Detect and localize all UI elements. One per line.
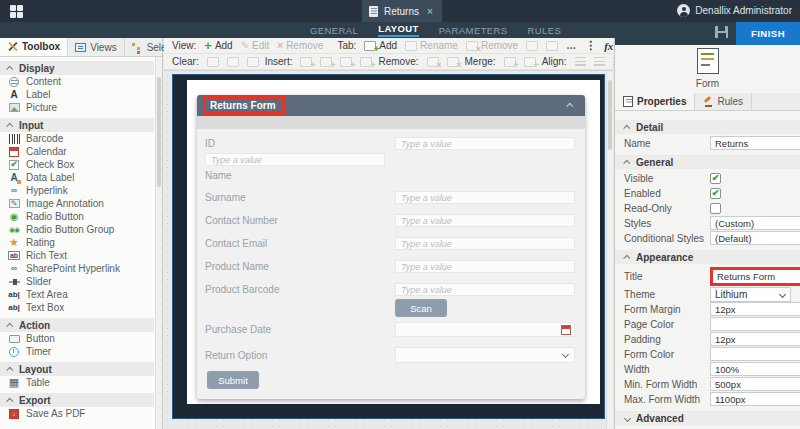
styles-input[interactable]	[710, 216, 800, 230]
tab-remove-button[interactable]: ×Remove	[462, 40, 522, 51]
returns-form-card[interactable]: Returns Form ID Type a value Type a valu…	[197, 95, 585, 399]
tab-properties[interactable]: Properties	[615, 93, 695, 110]
globe-icon	[9, 77, 19, 87]
contact-email-input[interactable]: Type a value	[395, 237, 575, 250]
toolbox-item-save-as-pdf[interactable]: ↓Save As PDF	[0, 407, 154, 420]
toolbox-item-hyperlink[interactable]: ∞Hyperlink	[0, 184, 154, 197]
menu-rules[interactable]: RULES	[528, 25, 562, 36]
remove-column-button[interactable]: ×	[423, 57, 443, 67]
tab-rename-button[interactable]: Rename	[401, 40, 462, 51]
clear-styles-button[interactable]	[223, 57, 243, 67]
section-display[interactable]: Display	[0, 61, 154, 75]
tab-toolbox[interactable]: Toolbox	[0, 38, 68, 56]
view-edit-button[interactable]: ✎Edit	[237, 40, 274, 51]
toolbox-item-text-area[interactable]: ab|Text Area	[0, 288, 154, 301]
menu-layout[interactable]: LAYOUT	[378, 23, 419, 37]
sidebar-scrollbar[interactable]	[155, 57, 162, 429]
align-center-button[interactable]	[590, 57, 609, 66]
insert-column-left-button[interactable]: +	[296, 57, 316, 67]
date-picker-icon[interactable]	[561, 325, 571, 335]
more-options-button[interactable]: ⋮	[581, 39, 600, 52]
readonly-checkbox[interactable]	[710, 203, 721, 214]
form-color-input[interactable]	[710, 347, 800, 361]
page-color-input[interactable]	[710, 317, 800, 331]
name-property-input[interactable]	[710, 136, 800, 150]
menu-general[interactable]: GENERAL	[310, 25, 358, 36]
theme-select[interactable]: Lithium	[710, 287, 791, 302]
align-left-button[interactable]	[571, 57, 590, 66]
toolbox-item-slider[interactable]: Slider	[0, 275, 154, 288]
collapse-chevron-icon[interactable]	[566, 103, 573, 110]
section-action[interactable]: Action	[0, 318, 154, 332]
id-input[interactable]: Type a value	[395, 137, 575, 150]
toolbox-item-image-annotation[interactable]: ✎Image Annotation	[0, 197, 154, 210]
user-menu[interactable]: Denallix Administrator	[677, 4, 792, 17]
insert-row-above-button[interactable]: +	[336, 57, 356, 67]
tab-rules[interactable]: Rules	[695, 93, 752, 110]
toolbox-item-rating[interactable]: ★Rating	[0, 236, 154, 249]
toolbox-item-calendar[interactable]: Calendar	[0, 145, 154, 158]
contact-number-input[interactable]: Type a value	[395, 214, 575, 227]
finish-button[interactable]: FINISH	[736, 22, 800, 45]
tab-move-right-button[interactable]	[542, 41, 562, 51]
tab-views[interactable]: Views	[68, 38, 125, 56]
close-tab-icon[interactable]: ×	[427, 6, 433, 17]
conditional-styles-input[interactable]	[710, 231, 800, 245]
menu-parameters[interactable]: PARAMETERS	[439, 25, 508, 36]
purchase-date-input[interactable]	[395, 322, 575, 337]
clear-all-button[interactable]	[243, 57, 263, 67]
return-option-select[interactable]	[395, 347, 575, 363]
submit-button[interactable]: Submit	[207, 371, 259, 389]
document-tab-returns[interactable]: Returns ×	[362, 0, 442, 22]
product-barcode-input[interactable]: Type a value	[395, 283, 575, 296]
toolbox-item-barcode[interactable]: Barcode	[0, 132, 154, 145]
toolbox-item-data-label[interactable]: AData Label	[0, 171, 154, 184]
toolbox-item-radio-button-group[interactable]: ◉◉Radio Button Group	[0, 223, 154, 236]
view-remove-button[interactable]: ×Remove	[273, 40, 327, 51]
toolbox-item-sharepoint-hyperlink[interactable]: ∞SharePoint Hyperlink	[0, 262, 154, 275]
toolbox-item-radio-button[interactable]: ◉Radio Button	[0, 210, 154, 223]
toolbox-item-picture[interactable]: Picture	[0, 101, 154, 114]
section-export[interactable]: Export	[0, 393, 154, 407]
tab-add-button[interactable]: +Add	[360, 40, 401, 51]
toolbox-item-content[interactable]: Content	[0, 75, 154, 88]
name-input[interactable]: Type a value	[205, 153, 385, 166]
app-launcher-icon[interactable]	[10, 5, 23, 18]
insert-row-below-button[interactable]: +	[356, 57, 376, 67]
header-general[interactable]: General	[615, 155, 800, 169]
view-add-button[interactable]: +Add	[200, 40, 236, 51]
title-property-input[interactable]	[713, 270, 800, 283]
header-detail[interactable]: Detail	[615, 120, 800, 134]
visible-checkbox[interactable]: ✔	[710, 173, 721, 184]
toolbox-item-table[interactable]: ▦Table	[0, 376, 154, 389]
section-layout[interactable]: Layout	[0, 362, 154, 376]
tab-more-button[interactable]: …	[562, 40, 581, 51]
form-header[interactable]: Returns Form	[197, 95, 585, 116]
padding-input[interactable]	[710, 332, 800, 346]
enabled-checkbox[interactable]: ✔	[710, 188, 721, 199]
clear-contents-button[interactable]	[203, 57, 223, 67]
canvas-scrollbar[interactable]	[606, 72, 613, 429]
toolbox-item-rich-text[interactable]: abRich Text	[0, 249, 154, 262]
insert-column-right-button[interactable]: +	[316, 57, 336, 67]
width-input[interactable]	[710, 362, 800, 376]
scan-button[interactable]: Scan	[395, 299, 447, 317]
max-form-width-input[interactable]	[710, 392, 800, 406]
min-form-width-input[interactable]	[710, 377, 800, 391]
prop-row-page-color: Page Color	[624, 317, 791, 331]
tab-move-left-button[interactable]	[522, 41, 542, 51]
toolbox-item-text-box[interactable]: ab|Text Box	[0, 301, 154, 314]
remove-row-button[interactable]: ×	[443, 57, 463, 67]
product-name-input[interactable]: Type a value	[395, 260, 575, 273]
form-margin-input[interactable]	[710, 302, 800, 316]
toolbox-item-button[interactable]: Button	[0, 332, 154, 345]
header-advanced[interactable]: Advanced	[615, 411, 800, 425]
toolbox-item-checkbox[interactable]: ✔Check Box	[0, 158, 154, 171]
merge-down-button[interactable]: +	[520, 57, 540, 67]
toolbox-item-timer[interactable]: Timer	[0, 345, 154, 358]
section-input[interactable]: Input	[0, 118, 154, 132]
header-appearance[interactable]: Appearance	[615, 250, 800, 264]
merge-right-button[interactable]: +	[500, 57, 520, 67]
surname-input[interactable]: Type a value	[395, 191, 575, 204]
toolbox-item-label[interactable]: ALabel	[0, 88, 154, 101]
